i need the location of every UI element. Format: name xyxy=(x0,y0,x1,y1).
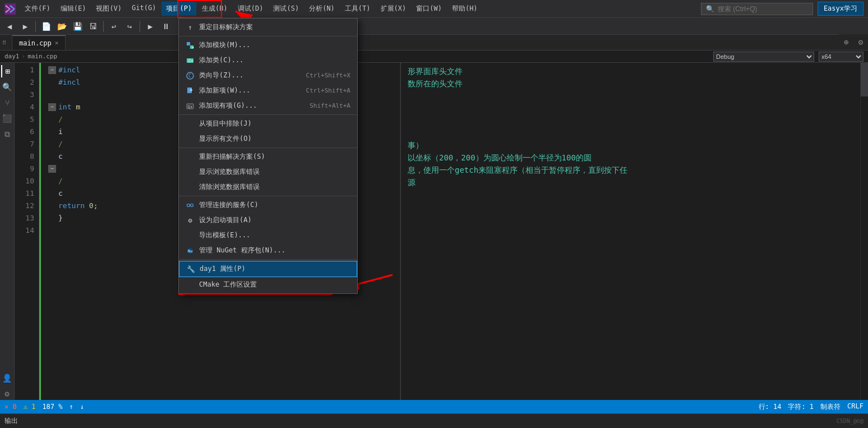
show-files-label: 显示所有文件(O) xyxy=(199,134,350,144)
menu-tools[interactable]: 工具(T) xyxy=(340,2,375,16)
menu-retarget-solution[interactable]: ↑ 重定目标解决方案 xyxy=(179,20,357,35)
activity-extensions[interactable]: ⧉ xyxy=(1,128,13,140)
add-existing-shortcut: Shift+Alt+A xyxy=(310,102,350,109)
undo-button[interactable]: ↩ xyxy=(107,20,121,33)
menu-debug[interactable]: 调试(D) xyxy=(233,2,268,16)
tab-options-button[interactable]: ⚙ xyxy=(853,34,868,50)
menu-export-template[interactable]: 导出模板(E)... xyxy=(179,228,357,243)
show-files-icon xyxy=(186,135,195,144)
menu-manage-connected-services[interactable]: 管理连接的服务(C) xyxy=(179,197,357,213)
class-wizard-icon: C xyxy=(186,71,195,80)
nav-up[interactable]: ↑ xyxy=(70,403,73,411)
menu-day1-properties[interactable]: 🔧 day1 属性(P) xyxy=(179,261,357,277)
add-module-label: 添加模块(M)... xyxy=(199,40,350,50)
menu-show-all-files[interactable]: 显示所有文件(O) xyxy=(179,131,357,146)
debug-start[interactable]: ▶ xyxy=(143,20,158,33)
save-all-button[interactable]: 💾 xyxy=(70,20,85,33)
menu-clear-browse-errors[interactable]: 清除浏览数据库错误 xyxy=(179,180,357,195)
comment-1: 形界面库头文件 xyxy=(408,65,853,77)
menu-exclude-from-project[interactable]: 从项目中排除(J) xyxy=(179,116,357,131)
add-existing-label: 添加现有项(G)... xyxy=(199,101,305,111)
tab-main-cpp[interactable]: main.cpp ✕ xyxy=(12,35,66,50)
new-file-button[interactable]: 📄 xyxy=(39,20,53,33)
menu-rescan-solution[interactable]: 重新扫描解决方案(S) xyxy=(179,149,357,164)
menu-analyze[interactable]: 分析(N) xyxy=(304,2,339,16)
browse-errors-label: 显示浏览数据库错误 xyxy=(199,167,350,177)
comment-11 xyxy=(408,188,853,201)
svg-rect-0 xyxy=(187,42,190,45)
svg-text:C+: C+ xyxy=(188,59,193,63)
menu-extensions[interactable]: 扩展(X) xyxy=(376,2,411,16)
tab-add-button[interactable]: ⊕ xyxy=(839,34,853,50)
save-button[interactable]: 🖫 xyxy=(86,20,100,33)
project-dropdown-menu[interactable]: ↑ 重定目标解决方案 + 添加模块(M)... C+ 添加类(C)... C xyxy=(178,18,358,294)
tab-close-button[interactable]: ✕ xyxy=(55,39,59,47)
svg-text:Nu: Nu xyxy=(188,249,192,254)
menu-section-3: 从项目中排除(J) 显示所有文件(O) xyxy=(179,115,357,148)
menu-view[interactable]: 视图(V) xyxy=(91,2,126,16)
export-template-label: 导出模板(E)... xyxy=(199,231,350,240)
collapse-9[interactable]: − xyxy=(48,165,56,173)
toolbar: ◀ ▶ 📄 📂 💾 🖫 ↩ ↪ ▶ ⏸ ⏹ 🔲 📋 xyxy=(0,18,868,35)
menu-window[interactable]: 窗口(W) xyxy=(412,2,446,16)
collapse-4[interactable]: − xyxy=(48,103,56,111)
export-template-icon xyxy=(186,231,195,240)
rescan-icon xyxy=(186,153,195,162)
minimap-thumb[interactable] xyxy=(861,63,868,96)
activity-bar: ⊞ 🔍 ⑂ ⬛ ⧉ 👤 ⚙ xyxy=(0,63,15,400)
activity-explorer[interactable]: ⊞ xyxy=(1,65,13,77)
open-button[interactable]: 📂 xyxy=(54,20,69,33)
activity-settings[interactable]: ⚙ xyxy=(1,388,13,400)
rescan-label: 重新扫描解决方案(S) xyxy=(199,152,350,162)
menu-set-startup-project[interactable]: ⚙ 设为启动项目(A) xyxy=(179,213,357,228)
menu-add-new-item[interactable]: + 添加新项(W)... Ctrl+Shift+A xyxy=(179,83,357,98)
status-col: 字符: 1 xyxy=(788,402,814,412)
search-input[interactable] xyxy=(718,5,802,13)
svg-text:+: + xyxy=(190,87,193,93)
redo-button[interactable]: ↪ xyxy=(122,20,137,33)
comment-14 xyxy=(408,225,853,238)
config-dropdown[interactable]: Debug xyxy=(713,52,814,62)
menu-class-wizard[interactable]: C 类向导(Z)... Ctrl+Shift+X xyxy=(179,68,357,83)
menu-help[interactable]: 帮助(H) xyxy=(447,2,482,16)
menu-file[interactable]: 文件(F) xyxy=(20,2,55,16)
back-button[interactable]: ◀ xyxy=(2,20,17,33)
menu-project[interactable]: 项目(P) xyxy=(161,2,196,16)
menu-cmake-workspace[interactable]: CMake 工作区设置 xyxy=(179,277,357,292)
sidebar-toggle[interactable]: ⠿ xyxy=(0,35,12,50)
easyx-button[interactable]: Easyx学习 xyxy=(818,2,864,16)
activity-search[interactable]: 🔍 xyxy=(1,81,13,93)
zoom-level: 187 % xyxy=(42,403,62,411)
right-comments-panel: 形界面库头文件 数所在的头文件 事） 以坐标（200，200）为圆心绘制一个半径… xyxy=(400,63,860,400)
menu-test[interactable]: 测试(S) xyxy=(269,2,303,16)
day1-properties-label: day1 属性(P) xyxy=(200,264,350,274)
search-box[interactable]: 🔍 xyxy=(701,3,813,15)
csdn-watermark: CSDN_@©@ xyxy=(837,418,864,424)
comment-8: 以坐标（200，200）为圆心绘制一个半径为100的圆 xyxy=(408,151,853,164)
activity-accounts[interactable]: 👤 xyxy=(1,372,13,384)
menu-edit[interactable]: 编辑(E) xyxy=(56,2,91,16)
menu-build[interactable]: 生成(B) xyxy=(197,2,232,16)
activity-git[interactable]: ⑂ xyxy=(1,96,13,109)
menu-add-module[interactable]: + 添加模块(M)... xyxy=(179,38,357,53)
cmake-label: CMake 工作区设置 xyxy=(199,280,350,289)
add-new-item-icon: + xyxy=(186,86,195,95)
class-wizard-label: 类向导(Z)... xyxy=(199,71,302,80)
menu-manage-nuget[interactable]: Nu 管理 NuGet 程序包(N)... xyxy=(179,243,357,258)
menu-add-existing-item[interactable]: G+ 添加现有项(G)... Shift+Alt+A xyxy=(179,98,357,113)
debug-pause[interactable]: ⏸ xyxy=(159,20,173,33)
menu-show-browse-errors[interactable]: 显示浏览数据库错误 xyxy=(179,164,357,180)
activity-debug[interactable]: ⬛ xyxy=(1,112,13,125)
platform-dropdown[interactable]: x64 xyxy=(819,52,864,62)
menu-section-1: ↑ 重定目标解决方案 xyxy=(179,19,357,36)
collapse-1[interactable]: − xyxy=(48,66,56,74)
status-bar: ✕ 0 ⚠ 1 187 % ↑ ↓ 行: 14 字符: 1 制表符 CRLF xyxy=(0,400,868,413)
menu-git[interactable]: Git(G) xyxy=(127,2,160,16)
forward-button[interactable]: ▶ xyxy=(18,20,33,33)
nav-down[interactable]: ↓ xyxy=(80,403,84,411)
breadcrumb-sep-1: › xyxy=(22,53,26,60)
status-errors: ✕ 0 xyxy=(4,403,17,411)
code-area: 12345 678910 11121314 − #incl #incl − in… xyxy=(15,63,868,400)
menu-add-class[interactable]: C+ 添加类(C)... xyxy=(179,53,357,68)
comment-4 xyxy=(408,102,853,114)
